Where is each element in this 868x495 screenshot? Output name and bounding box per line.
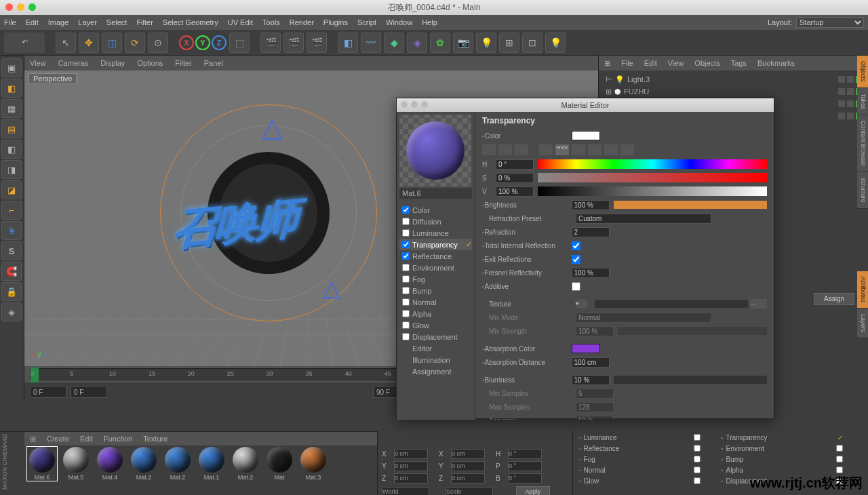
tweak-tool[interactable]: 🖱 xyxy=(1,221,22,240)
menu-filter[interactable]: Filter xyxy=(136,18,153,26)
material-ball[interactable]: Mat.2 xyxy=(231,447,260,481)
add-generator[interactable]: ◆ xyxy=(384,33,404,53)
undo-redo[interactable]: ↶ xyxy=(4,33,45,53)
channel-illumination[interactable]: Illumination xyxy=(399,354,472,365)
axis-lock[interactable]: XYZ xyxy=(179,35,226,50)
add-environment[interactable]: ✿ xyxy=(430,33,450,53)
tab-layers[interactable]: Layers xyxy=(857,309,868,338)
menu-edit[interactable]: Edit xyxy=(26,18,39,26)
om-view[interactable]: View xyxy=(668,59,684,67)
axis-tool[interactable]: ⌐ xyxy=(1,201,22,220)
point-mode[interactable]: ◧ xyxy=(1,140,22,159)
rotate-tool[interactable]: ⟳ xyxy=(125,33,145,53)
menu-selectgeom[interactable]: Select Geometry xyxy=(163,18,218,26)
mm-function[interactable]: Function xyxy=(104,435,132,443)
om-tags[interactable]: Tags xyxy=(731,59,747,67)
vmenu-filter[interactable]: Filter xyxy=(175,59,191,67)
channel-luminance[interactable]: Luminance xyxy=(399,227,472,239)
assign-button[interactable]: Assign xyxy=(814,293,854,305)
menu-tools[interactable]: Tools xyxy=(262,18,280,26)
material-ball[interactable]: Mat.3 xyxy=(298,447,328,481)
channel-environment[interactable]: Environment xyxy=(399,262,472,273)
menu-help[interactable]: Help xyxy=(422,18,437,26)
apply-button[interactable]: Apply xyxy=(516,486,550,495)
mm-create[interactable]: Create xyxy=(47,435,69,443)
material-ball[interactable]: Mat.6 xyxy=(27,447,57,481)
render-region[interactable]: 🎬 xyxy=(283,33,304,53)
edge-mode[interactable]: ◨ xyxy=(1,160,22,179)
channel-displacement[interactable]: Displacement xyxy=(399,331,472,342)
om-file[interactable]: File xyxy=(621,59,633,67)
tab-structure[interactable]: Structure xyxy=(857,172,868,209)
object-row[interactable]: ⊢💡Light.3✓ xyxy=(600,73,867,85)
menu-plugins[interactable]: Plugins xyxy=(323,18,348,26)
menu-file[interactable]: File xyxy=(4,18,16,26)
material-ball[interactable]: Mat.1 xyxy=(197,447,226,481)
current-frame[interactable] xyxy=(30,386,66,398)
om-objects[interactable]: Objects xyxy=(694,59,719,67)
material-editor-window[interactable]: Material Editor Mat.6 ColorDiffusionLumi… xyxy=(396,98,774,419)
tab-objects[interactable]: Objects xyxy=(857,56,868,88)
tab-content[interactable]: Content Browser xyxy=(857,115,868,172)
move-tool[interactable]: ✥ xyxy=(79,33,99,53)
render-view[interactable]: 🎬 xyxy=(260,33,281,53)
coord-system[interactable]: ⬚ xyxy=(229,33,250,53)
start-frame[interactable] xyxy=(71,386,107,398)
om-bookmarks[interactable]: Bookmarks xyxy=(757,59,795,67)
menu-select[interactable]: Select xyxy=(106,18,127,26)
color-swatch[interactable] xyxy=(572,131,600,140)
poly-mode[interactable]: ◪ xyxy=(1,180,22,199)
channel-editor[interactable]: Editor xyxy=(399,342,472,354)
add-tag[interactable]: 💡 xyxy=(545,33,566,53)
lock-tool[interactable]: 🔒 xyxy=(1,282,22,301)
tab-takes[interactable]: Takes xyxy=(857,88,868,116)
add-mograph[interactable]: ⊡ xyxy=(522,33,542,53)
menu-render[interactable]: Render xyxy=(290,18,314,26)
channel-alpha[interactable]: Alpha xyxy=(399,308,472,319)
select-tool[interactable]: ↖ xyxy=(56,33,76,53)
vmenu-panel[interactable]: Panel xyxy=(204,59,223,67)
scale-tool[interactable]: ◫ xyxy=(102,33,122,53)
menu-layer[interactable]: Layer xyxy=(78,18,97,26)
material-ball[interactable]: Mat.2 xyxy=(129,447,159,481)
render-settings[interactable]: 🎬 xyxy=(307,33,327,53)
last-tool[interactable]: ⊙ xyxy=(148,33,168,53)
traffic-lights[interactable] xyxy=(5,3,36,11)
add-scene[interactable]: ⊞ xyxy=(499,33,519,53)
mm-edit[interactable]: Edit xyxy=(80,435,93,443)
vmenu-view[interactable]: View xyxy=(30,59,46,67)
channel-glow[interactable]: Glow xyxy=(399,319,472,331)
channel-color[interactable]: Color xyxy=(399,204,472,216)
me-material-name[interactable]: Mat.6 xyxy=(399,188,472,199)
add-deformer[interactable]: ◈ xyxy=(407,33,427,53)
material-ball[interactable]: Mat.4 xyxy=(95,447,125,481)
layout-select[interactable]: Startup xyxy=(796,17,864,28)
texture-arrow[interactable]: ▸ xyxy=(576,299,588,309)
add-camera[interactable]: 📷 xyxy=(453,33,473,53)
tab-attributes[interactable]: Attributes xyxy=(857,271,868,309)
channel-transparency[interactable]: Transparency✓ xyxy=(399,239,472,250)
channel-bump[interactable]: Bump xyxy=(399,285,472,296)
vmenu-cameras[interactable]: Cameras xyxy=(58,59,89,67)
menu-uvedit[interactable]: UV Edit xyxy=(228,18,253,26)
model-mode[interactable]: ◧ xyxy=(1,79,22,98)
object-row[interactable]: ⊞⬢FUZHU✓ xyxy=(600,85,867,98)
workplane[interactable]: ▤ xyxy=(1,119,22,138)
material-ball[interactable]: Mat xyxy=(264,447,294,481)
vmenu-options[interactable]: Options xyxy=(137,59,163,67)
channel-diffusion[interactable]: Diffusion xyxy=(399,216,472,227)
misc-tool[interactable]: ◈ xyxy=(1,302,22,321)
add-spline[interactable]: 〰 xyxy=(361,33,381,53)
channel-reflectance[interactable]: Reflectance xyxy=(399,250,472,262)
menu-script[interactable]: Script xyxy=(357,18,376,26)
menu-image[interactable]: Image xyxy=(48,18,69,26)
me-titlebar[interactable]: Material Editor xyxy=(397,98,774,112)
om-edit[interactable]: Edit xyxy=(644,59,657,67)
channel-normal[interactable]: Normal xyxy=(399,296,472,308)
material-ball[interactable]: Mat.2 xyxy=(163,447,193,481)
texture-mode[interactable]: ▦ xyxy=(1,99,22,118)
channel-assignment[interactable]: Assignment xyxy=(399,365,472,377)
channel-fog[interactable]: Fog xyxy=(399,273,472,285)
absorb-swatch[interactable] xyxy=(572,344,600,353)
snap-tool[interactable]: S xyxy=(1,241,22,260)
